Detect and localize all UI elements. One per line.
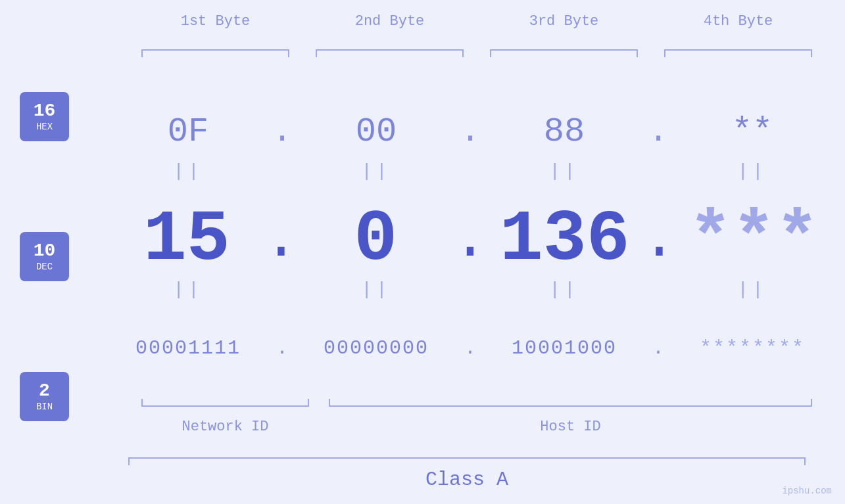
dec-byte-4: *** <box>688 204 819 276</box>
class-area: Class A <box>128 457 806 491</box>
base-badges: 16 HEX 10 DEC 2 BIN <box>20 92 69 421</box>
byte-header-2: 2nd Byte <box>302 13 477 30</box>
bin-dot-2: . <box>456 337 485 359</box>
hex-row: 0F . 00 . 88 . ** <box>109 105 832 158</box>
eq2-b3: || <box>485 279 644 300</box>
hex-byte-1-cell: 0F <box>109 112 268 151</box>
dec-number: 10 <box>34 242 56 260</box>
hex-byte-3: 88 <box>544 112 585 151</box>
class-label: Class A <box>128 469 806 491</box>
class-bracket <box>128 457 806 465</box>
hex-byte-2-cell: 00 <box>297 112 456 151</box>
dec-badge: 10 DEC <box>20 232 69 281</box>
top-brackets <box>128 49 825 57</box>
host-id-label: Host ID <box>329 419 812 435</box>
dec-byte-2: 0 <box>354 204 397 276</box>
bin-byte-1: 00001111 <box>135 337 241 359</box>
hex-badge: 16 HEX <box>20 92 69 141</box>
dec-dot-3: . <box>643 210 676 269</box>
eq2-b2: || <box>297 279 456 300</box>
bracket-byte-4 <box>664 49 812 57</box>
dec-byte-3-cell: 136 <box>487 204 643 276</box>
bin-byte-2-cell: 00000000 <box>297 337 456 359</box>
dec-byte-4-cell: *** <box>676 204 833 276</box>
byte-header-1: 1st Byte <box>128 13 302 30</box>
dec-byte-3: 136 <box>500 204 630 276</box>
byte-header-3: 3rd Byte <box>477 13 651 30</box>
dec-dot-1: . <box>265 210 298 269</box>
equals-row-1: || || || || <box>109 158 832 184</box>
rows-area: 0F . 00 . 88 . ** || || <box>109 79 832 375</box>
bin-byte-4-cell: ******** <box>673 337 832 359</box>
hex-byte-2: 00 <box>356 112 397 151</box>
bin-badge: 2 BIN <box>20 372 69 421</box>
bin-byte-1-cell: 00001111 <box>109 337 268 359</box>
network-bracket <box>141 399 309 407</box>
dec-byte-2-cell: 0 <box>298 204 454 276</box>
bracket-byte-1 <box>141 49 289 57</box>
bottom-brackets <box>128 399 825 412</box>
dec-row: 15 . 0 . 136 . *** <box>109 204 832 276</box>
hex-byte-3-cell: 88 <box>485 112 644 151</box>
hex-label: HEX <box>36 122 53 132</box>
bottom-section: Network ID Host ID <box>128 399 825 442</box>
byte-header-4: 4th Byte <box>651 13 825 30</box>
dec-dot-2: . <box>454 210 487 269</box>
bottom-labels: Network ID Host ID <box>128 419 825 442</box>
eq1-b2: || <box>297 161 456 181</box>
eq1-b4: || <box>673 161 832 181</box>
eq2-b4: || <box>673 279 832 300</box>
host-bracket <box>329 399 812 407</box>
dec-label: DEC <box>36 262 53 272</box>
hex-number: 16 <box>34 102 56 120</box>
bin-byte-3: 10001000 <box>512 337 617 359</box>
bin-dot-3: . <box>644 337 673 359</box>
eq1-b3: || <box>485 161 644 181</box>
hex-dot-3: . <box>644 112 673 151</box>
hex-byte-1: 0F <box>168 112 208 151</box>
hex-byte-4-cell: ** <box>673 112 832 151</box>
hex-dot-2: . <box>456 112 485 151</box>
eq2-b1: || <box>109 279 268 300</box>
bin-byte-4: ******** <box>700 337 805 359</box>
network-id-label: Network ID <box>141 419 309 435</box>
equals-row-2: || || || || <box>109 276 832 302</box>
hex-dot-1: . <box>268 112 297 151</box>
bin-dot-1: . <box>268 337 297 359</box>
bin-byte-2: 00000000 <box>324 337 429 359</box>
bin-byte-3-cell: 10001000 <box>485 337 644 359</box>
watermark: ipshu.com <box>782 486 832 496</box>
byte-headers: 1st Byte 2nd Byte 3rd Byte 4th Byte <box>128 13 825 30</box>
main-container: 1st Byte 2nd Byte 3rd Byte 4th Byte 16 H… <box>0 0 845 504</box>
dec-byte-1-cell: 15 <box>109 204 265 276</box>
bin-label: BIN <box>36 401 53 412</box>
bracket-byte-2 <box>316 49 464 57</box>
eq1-b1: || <box>109 161 268 181</box>
hex-byte-4: ** <box>732 112 773 151</box>
bin-row: 00001111 . 00000000 . 10001000 . *******… <box>109 322 832 375</box>
dec-byte-1: 15 <box>143 204 230 276</box>
bin-number: 2 <box>39 382 50 400</box>
bracket-byte-3 <box>490 49 638 57</box>
